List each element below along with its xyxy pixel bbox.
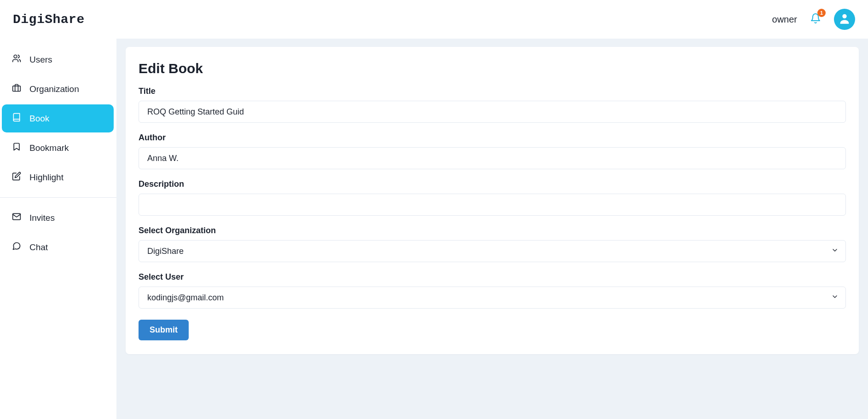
sidebar-item-label: Book <box>29 114 49 124</box>
label-author: Author <box>139 133 846 143</box>
mail-icon <box>12 212 21 224</box>
edit-icon <box>12 172 21 183</box>
sidebar-item-label: Highlight <box>29 172 64 183</box>
organization-select-value: DigiShare <box>147 247 184 256</box>
header-right: owner 1 <box>772 9 855 30</box>
users-icon <box>12 54 21 65</box>
submit-button[interactable]: Submit <box>139 320 189 340</box>
app-title[interactable]: DigiShare <box>13 12 85 27</box>
organization-select[interactable]: DigiShare <box>139 240 846 262</box>
sidebar-item-invites[interactable]: Invites <box>2 204 114 232</box>
briefcase-icon <box>12 83 21 95</box>
user-select-wrap: kodingjs@gmail.com <box>139 287 846 309</box>
sidebar-item-label: Users <box>29 55 52 65</box>
bookmark-icon <box>12 142 21 154</box>
edit-book-card: Edit Book Title Author Description Selec… <box>126 47 859 354</box>
sidebar-item-label: Chat <box>29 242 48 253</box>
content-area: Edit Book Title Author Description Selec… <box>116 39 868 419</box>
form-group-organization: Select Organization DigiShare <box>139 226 846 262</box>
sidebar-item-bookmark[interactable]: Bookmark <box>2 134 114 162</box>
book-icon <box>12 113 21 124</box>
nav-section-secondary: Invites Chat <box>0 201 116 264</box>
sidebar-item-highlight[interactable]: Highlight <box>2 163 114 191</box>
sidebar-item-chat[interactable]: Chat <box>2 233 114 261</box>
sidebar-item-organization[interactable]: Organization <box>2 75 114 103</box>
user-icon <box>838 12 851 27</box>
chat-icon <box>12 241 21 253</box>
app-header: DigiShare owner 1 <box>0 0 868 39</box>
sidebar-item-users[interactable]: Users <box>2 46 114 74</box>
avatar[interactable] <box>834 9 855 30</box>
user-select[interactable]: kodingjs@gmail.com <box>139 287 846 309</box>
label-description: Description <box>139 179 846 189</box>
nav-divider <box>0 197 116 198</box>
form-group-title: Title <box>139 86 846 123</box>
svg-point-1 <box>14 55 17 58</box>
page-title: Edit Book <box>139 61 846 76</box>
sidebar: Users Organization Boo <box>0 39 116 419</box>
role-label: owner <box>772 14 797 25</box>
sidebar-item-book[interactable]: Book <box>2 104 114 132</box>
form-group-author: Author <box>139 133 846 169</box>
notification-badge: 1 <box>817 9 826 17</box>
svg-rect-2 <box>13 86 21 92</box>
author-input[interactable] <box>139 147 846 169</box>
label-select-user: Select User <box>139 272 846 282</box>
label-title: Title <box>139 86 846 96</box>
form-group-description: Description <box>139 179 846 216</box>
sidebar-item-label: Organization <box>29 84 79 94</box>
title-input[interactable] <box>139 101 846 123</box>
layout: Users Organization Boo <box>0 39 868 419</box>
sidebar-item-label: Bookmark <box>29 143 69 153</box>
svg-point-0 <box>842 14 846 18</box>
form-group-user: Select User kodingjs@gmail.com <box>139 272 846 309</box>
sidebar-item-label: Invites <box>29 213 55 223</box>
label-select-organization: Select Organization <box>139 226 846 235</box>
organization-select-wrap: DigiShare <box>139 240 846 262</box>
description-input[interactable] <box>139 194 846 216</box>
notifications-button[interactable]: 1 <box>810 12 821 26</box>
user-select-value: kodingjs@gmail.com <box>147 293 224 303</box>
nav-section-main: Users Organization Boo <box>0 42 116 195</box>
